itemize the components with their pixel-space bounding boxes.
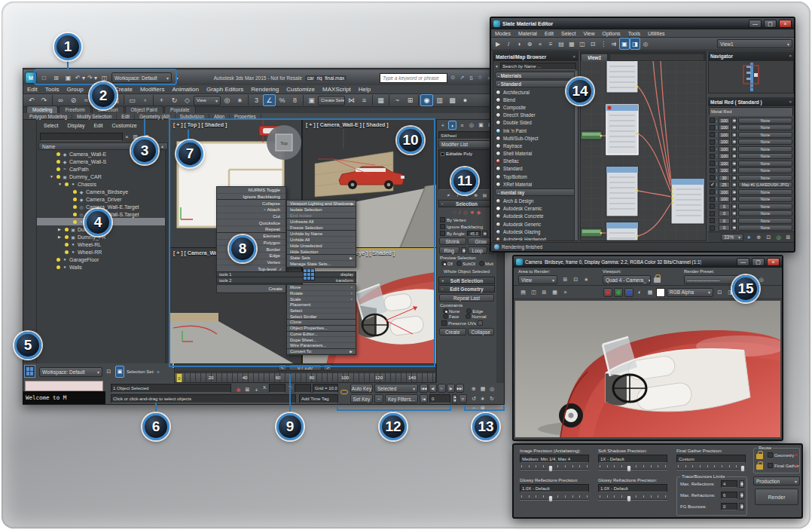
map-enable-checkbox[interactable] xyxy=(710,197,715,202)
visibility-bulb-icon[interactable] xyxy=(73,220,77,224)
key-mode-toggle[interactable]: |◀ xyxy=(420,394,428,403)
parameter-amount[interactable]: 100 xyxy=(719,132,730,138)
communication-center-icon[interactable]: ↗ xyxy=(458,72,466,84)
polygon-subobject-icon[interactable]: ■ xyxy=(471,210,474,215)
slate-maximize-button[interactable]: ▢ xyxy=(764,20,777,28)
ribbon-tab[interactable]: Freeform xyxy=(59,106,90,113)
browser-item[interactable]: DirectX Shader xyxy=(493,112,578,119)
map-enable-checkbox[interactable] xyxy=(710,211,715,216)
select-and-manipulate-icon[interactable]: ∗ xyxy=(234,94,246,106)
parameter-amount[interactable]: 100 xyxy=(719,161,730,167)
green-channel-button[interactable] xyxy=(614,288,623,297)
visibility-bulb-icon[interactable] xyxy=(56,265,60,269)
render-mode-dropdown[interactable]: Production xyxy=(753,476,800,486)
rfw-title-bar[interactable]: Camera_Birdseye, frame 0, Display Gamma:… xyxy=(514,256,782,268)
by-vertex-checkbox[interactable]: By Vertex xyxy=(437,216,496,223)
map-button[interactable]: None xyxy=(738,132,792,138)
map-enable-checkbox[interactable] xyxy=(710,132,715,137)
bottom-workspace-dropdown[interactable]: Workspace: Default xyxy=(39,367,102,377)
soft-selection-rollout[interactable]: +Soft Selection xyxy=(438,277,495,284)
tree-row-wheel-rl[interactable]: ● Wheel-RL xyxy=(37,240,169,248)
parameter-amount[interactable]: 100 xyxy=(719,118,730,124)
blue-channel-button[interactable] xyxy=(624,288,633,297)
zoom-tool-icon[interactable]: ◎ xyxy=(640,38,651,50)
clear-final-gather-icon[interactable]: × xyxy=(794,462,798,469)
angle-snap-icon[interactable]: ∠ xyxy=(263,94,276,106)
select-and-move-icon[interactable]: + xyxy=(155,94,168,106)
slate-menu-item[interactable]: Material xyxy=(514,31,541,36)
material-name-field[interactable]: Metal Red xyxy=(709,107,793,116)
unlink-selection-icon[interactable]: ⊘ xyxy=(67,94,80,106)
browser-item[interactable]: Top/Bottom xyxy=(493,173,578,180)
sep[interactable] xyxy=(153,95,154,106)
key-filters-button[interactable]: Key Filters... xyxy=(385,394,418,403)
map-button[interactable]: None xyxy=(738,161,792,167)
play-icon[interactable]: ▷ xyxy=(438,384,446,393)
tree-row-dummy-car[interactable]: ▼ ▣ Dummy_CAR xyxy=(37,173,169,180)
tree-expander-icon[interactable]: ▶ xyxy=(58,227,63,231)
delete-selected-icon[interactable]: × xyxy=(535,38,545,50)
parameter-amount[interactable]: 0 xyxy=(719,210,730,216)
browser-group-mental-ray[interactable]: - mental ray xyxy=(495,188,576,196)
mirror-icon[interactable]: ⋈ xyxy=(345,94,358,106)
parameter-amount[interactable]: 30 xyxy=(719,175,730,181)
visibility-bulb-icon[interactable] xyxy=(73,190,77,194)
map-enable-checkbox[interactable] xyxy=(710,175,715,180)
scene-explorer-menu-item[interactable]: Display xyxy=(63,123,88,128)
visibility-bulb-icon[interactable] xyxy=(56,258,60,262)
navigator-minimap[interactable] xyxy=(708,60,794,93)
ignore-backfacing-checkbox[interactable]: Ignore Backfacing xyxy=(437,223,496,230)
menu-item[interactable]: Edit xyxy=(23,86,41,93)
map-enable-checkbox[interactable] xyxy=(710,204,715,209)
selection-lock-icon[interactable]: ▣ xyxy=(115,366,124,378)
create-tab[interactable]: + xyxy=(438,121,447,130)
move-children-icon[interactable]: ≡ xyxy=(545,38,556,50)
browser-item[interactable]: Architectural xyxy=(493,88,578,96)
layout-all-icon[interactable]: ⊡ xyxy=(588,38,598,50)
map-enable-checkbox[interactable] xyxy=(710,139,715,145)
tree-row-camera-driver[interactable]: ◆ Camera_Driver xyxy=(37,195,169,203)
map-button[interactable]: None xyxy=(738,153,792,159)
element-subobject-icon[interactable]: ◆ xyxy=(477,210,481,216)
arrange-icon[interactable]: ⇉ xyxy=(609,38,619,50)
modify-tab[interactable]: ◗ xyxy=(448,121,457,130)
percent-snap-icon[interactable]: % xyxy=(276,94,288,106)
visibility-bulb-icon[interactable] xyxy=(65,243,69,247)
ring-button[interactable]: Ring xyxy=(439,247,459,254)
mono-channel-icon[interactable]: ◐ xyxy=(635,286,644,299)
edit-named-selection-sets-icon[interactable]: ▣ xyxy=(305,94,318,106)
pick-material-icon[interactable]: / xyxy=(503,38,514,50)
rectangular-selection-region-icon[interactable]: ▭ xyxy=(126,94,139,106)
map-button[interactable]: None xyxy=(738,218,792,224)
render-setup-icon[interactable]: ▥ xyxy=(433,94,446,106)
parameter-amount[interactable]: 0 xyxy=(719,218,730,224)
browser-search-input[interactable]: Search by Name ... xyxy=(500,63,576,70)
assign-material-icon[interactable]: ⊕ xyxy=(524,38,535,50)
tree-row-camera-birdseye[interactable]: ◆ Camera_Birdseye xyxy=(37,188,169,195)
browser-item[interactable]: Shellac xyxy=(493,158,578,165)
menu-item[interactable]: Modifiers xyxy=(136,86,168,93)
zoom-level-dropdown[interactable]: 33% xyxy=(721,234,743,241)
background-color-swatch[interactable] xyxy=(656,288,665,297)
channel-display-dropdown[interactable]: RGB Alpha xyxy=(667,288,713,297)
edit-region-icon[interactable]: ⊞ xyxy=(560,275,570,284)
redo-scene-icon[interactable]: ↷ xyxy=(38,94,50,106)
tree-row-wheel-rr[interactable]: ● Wheel-RR xyxy=(37,248,169,256)
map-enable-checkbox[interactable] xyxy=(710,125,715,130)
select-and-scale-icon[interactable]: ◇ xyxy=(181,94,194,106)
sep[interactable] xyxy=(52,95,53,106)
slate-menu-item[interactable]: Options xyxy=(599,31,624,36)
curve-editor-icon[interactable]: ~ xyxy=(391,94,404,106)
map-button[interactable]: None xyxy=(738,175,792,181)
create-button[interactable]: Create xyxy=(439,328,466,335)
slate-minimize-button[interactable]: — xyxy=(749,20,762,28)
slate-menu-item[interactable]: View xyxy=(579,31,598,36)
tree-row-walls[interactable]: ● Walls xyxy=(37,263,169,271)
image-precision-slider[interactable] xyxy=(520,464,589,472)
time-slider-handle[interactable]: 0 xyxy=(176,373,182,383)
tree-expander-icon[interactable]: ▶ xyxy=(58,234,63,239)
browser-item[interactable]: Standard xyxy=(493,165,578,173)
layout-children-icon[interactable]: ⋮ xyxy=(598,38,609,50)
vertex-subobject-icon[interactable]: ∴ xyxy=(453,210,456,216)
slate-menu-item[interactable]: Modes xyxy=(491,31,514,36)
